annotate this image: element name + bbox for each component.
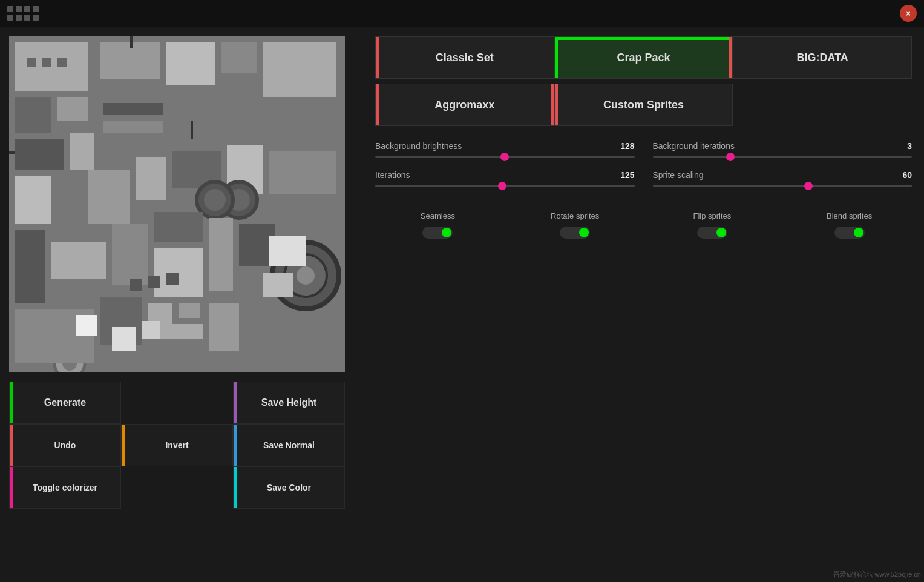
sprite-scaling-value: 60 <box>902 170 912 180</box>
sprite-empty-slot <box>733 84 912 126</box>
svg-rect-14 <box>136 157 166 200</box>
seamless-toggle[interactable] <box>422 227 453 239</box>
sprite-row-1: Classic Set Crap Pack BIG:DATA <box>375 36 912 79</box>
crap-pack-label: Crap Pack <box>617 51 670 64</box>
custom-sprites-button[interactable]: Custom Sprites <box>554 84 733 126</box>
flip-sprites-knob <box>716 228 726 237</box>
bg-brightness-thumb[interactable] <box>500 153 509 161</box>
invert-accent <box>122 425 125 466</box>
svg-rect-40 <box>42 58 51 67</box>
sprite-row-2: Aggromaxx Custom Sprites <box>375 84 912 126</box>
svg-rect-27 <box>15 230 45 303</box>
iterations-slider[interactable] <box>375 185 635 187</box>
bg-iterations-thumb[interactable] <box>726 153 735 161</box>
svg-rect-57 <box>179 303 200 318</box>
rotate-sprites-knob <box>579 228 589 237</box>
sprite-scaling-thumb[interactable] <box>804 182 813 190</box>
bg-brightness-label-row: Background brightness 128 <box>375 141 635 151</box>
iterations-label-row: Iterations 125 <box>375 170 635 180</box>
right-panel: Classic Set Crap Pack BIG:DATA <box>363 27 924 582</box>
bg-brightness-slider[interactable] <box>375 156 635 158</box>
sliders-row-1: Background brightness 128 Background ite… <box>375 141 912 158</box>
sprite-scaling-label: Sprite scaling <box>653 170 704 180</box>
dot-icon <box>24 6 30 12</box>
dot-icon <box>16 15 22 21</box>
watermark: 吾爱破解论坛 www.52pojie.cn <box>833 570 922 579</box>
svg-rect-45 <box>103 85 163 97</box>
toggle-colorizer-label: Toggle colorizer <box>33 483 97 492</box>
svg-rect-17 <box>269 151 336 194</box>
main-layout: Generate Save Height Undo Invert Save No… <box>0 27 924 582</box>
svg-rect-32 <box>209 218 233 291</box>
save-height-accent <box>234 382 237 423</box>
dot-icon <box>7 15 13 21</box>
flip-sprites-label: Flip sprites <box>693 211 731 220</box>
aggromaxx-accent-right <box>551 84 554 125</box>
toggle-colorizer-button[interactable]: Toggle colorizer <box>9 466 121 509</box>
dot-icon <box>33 15 39 21</box>
blend-sprites-toggle-item: Blend sprites <box>787 211 912 239</box>
save-color-button[interactable]: Save Color <box>233 466 345 509</box>
svg-rect-50 <box>76 315 97 336</box>
flip-sprites-toggle[interactable] <box>697 227 727 239</box>
save-height-button[interactable]: Save Height <box>233 382 345 424</box>
undo-button[interactable]: Undo <box>9 424 121 466</box>
undo-label: Undo <box>54 440 76 450</box>
iterations-control: Iterations 125 <box>375 170 635 187</box>
svg-rect-13 <box>88 170 130 224</box>
bigdata-button[interactable]: BIG:DATA <box>733 36 912 79</box>
svg-rect-12 <box>57 176 82 212</box>
seamless-knob <box>442 228 451 237</box>
crap-pack-button[interactable]: Crap Pack <box>554 36 733 79</box>
dot-icon <box>33 6 39 12</box>
generate-accent <box>10 382 13 423</box>
svg-rect-38 <box>245 309 293 363</box>
aggromaxx-button[interactable]: Aggromaxx <box>375 84 554 126</box>
svg-rect-52 <box>269 236 306 266</box>
svg-rect-8 <box>166 42 215 85</box>
svg-point-24 <box>204 189 226 211</box>
bg-iterations-control: Background iterations 3 <box>653 141 913 158</box>
bg-iterations-label: Background iterations <box>653 141 735 151</box>
invert-button[interactable]: Invert <box>121 424 233 466</box>
svg-rect-49 <box>142 321 160 339</box>
seamless-label: Seamless <box>421 211 455 220</box>
svg-rect-39 <box>27 58 36 67</box>
bottom-buttons: Generate Save Height Undo Invert Save No… <box>9 382 345 509</box>
svg-rect-30 <box>154 212 203 242</box>
seamless-toggle-item: Seamless <box>375 211 500 239</box>
svg-rect-48 <box>112 327 136 351</box>
sliders-row-2: Iterations 125 Sprite scaling 60 <box>375 170 912 187</box>
classic-set-button[interactable]: Classic Set <box>375 36 554 79</box>
svg-point-20 <box>297 266 315 285</box>
bg-iterations-slider[interactable] <box>653 156 913 158</box>
left-panel: Generate Save Height Undo Invert Save No… <box>0 27 363 582</box>
svg-rect-3 <box>15 97 51 133</box>
blend-sprites-toggle[interactable] <box>834 227 865 239</box>
controls: Background brightness 128 Background ite… <box>375 141 912 573</box>
toggles-row: Seamless Rotate sprites Flip sprites <box>375 211 912 239</box>
close-button[interactable]: × <box>900 5 917 22</box>
generate-button[interactable]: Generate <box>9 382 121 424</box>
save-normal-button[interactable]: Save Normal <box>233 424 345 466</box>
svg-rect-11 <box>15 176 51 224</box>
titlebar: × <box>0 0 924 27</box>
iterations-label: Iterations <box>375 170 410 180</box>
sprite-scaling-slider[interactable] <box>653 185 913 187</box>
undo-accent <box>10 425 13 466</box>
rotate-sprites-toggle[interactable] <box>560 227 590 239</box>
svg-rect-47 <box>103 121 163 133</box>
map-preview <box>9 36 345 372</box>
svg-rect-41 <box>57 58 67 67</box>
svg-rect-28 <box>51 242 106 279</box>
classic-set-accent-left <box>376 37 379 78</box>
svg-rect-51 <box>263 273 293 297</box>
aggromaxx-accent-left <box>376 84 379 125</box>
svg-rect-6 <box>70 133 94 170</box>
dot-icon <box>7 6 13 12</box>
svg-rect-10 <box>263 42 336 97</box>
iterations-thumb[interactable] <box>498 182 506 190</box>
bg-brightness-value: 128 <box>620 141 634 151</box>
save-normal-accent <box>234 425 237 466</box>
empty-cell-2 <box>121 466 233 509</box>
